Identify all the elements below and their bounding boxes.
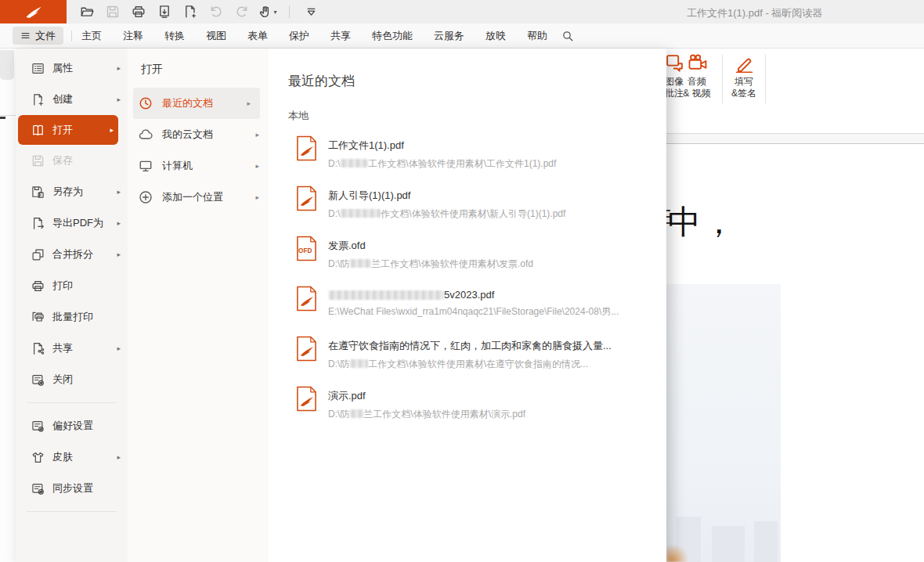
new-file-button[interactable] — [181, 2, 200, 21]
open-panel-item[interactable]: 我的云文档▸ — [128, 119, 269, 150]
create-icon — [31, 93, 45, 106]
recent-doc-item[interactable]: 发票.ofdD:\防兰工作文档\体验软件使用素材\发票.ofd — [288, 234, 666, 284]
file-menu-item[interactable]: 批量打印 — [16, 301, 128, 333]
chevron-right-icon: ▸ — [255, 131, 259, 139]
menu-items: 主页注释转换视图表单保护共享特色功能云服务放映帮助 — [81, 29, 547, 43]
print-icon — [132, 5, 146, 19]
menu-item-10[interactable]: 帮助 — [527, 29, 547, 43]
file-menu-item[interactable]: 导出PDF为▸ — [16, 207, 128, 239]
file-menu-item[interactable]: 打印 — [16, 270, 128, 301]
ribbon-separator — [722, 55, 723, 103]
open-panel-item-label: 添加一个位置 — [162, 190, 223, 204]
pdfdoc-icon — [296, 135, 317, 161]
foxit-logo[interactable] — [0, 0, 67, 23]
hamburger-icon — [20, 31, 31, 41]
fill-sign-button[interactable]: 填写&签名 — [725, 53, 763, 99]
document-text: 中， — [668, 200, 737, 244]
open-panel-item[interactable]: 计算机▸ — [128, 150, 269, 182]
file-menu-item[interactable]: 皮肤▸ — [16, 441, 128, 473]
menu-item-0[interactable]: 主页 — [81, 29, 102, 43]
chevron-right-icon: ▸ — [117, 188, 121, 196]
file-menu-item-label: 批量打印 — [52, 310, 93, 324]
menu-item-4[interactable]: 表单 — [247, 29, 268, 43]
file-menu-item[interactable]: 另存为▸ — [16, 176, 128, 207]
ofddoc-icon — [296, 236, 317, 261]
close-icon — [31, 373, 45, 387]
file-menu-item[interactable]: 打开▸ — [18, 115, 118, 145]
menu-item-6[interactable]: 共享 — [330, 29, 351, 43]
print-button[interactable] — [129, 2, 148, 21]
redacted-text — [340, 209, 381, 218]
skin-icon — [31, 451, 45, 464]
file-menu-item[interactable]: 合并拆分▸ — [16, 239, 128, 270]
clock-icon — [139, 96, 153, 110]
pdfdoc-icon — [296, 286, 317, 312]
recent-doc-title: 5v2023.pdf — [328, 289, 619, 301]
export-page-icon — [157, 5, 171, 19]
export-page-button[interactable] — [155, 2, 174, 21]
recent-doc-item[interactable]: 在遵守饮食指南的情况下，红肉，加工肉和家禽的膳食摄入量...D:\防工作文档\体… — [288, 334, 666, 384]
hand-tool-button[interactable]: ▾ — [258, 2, 277, 21]
foxit-reader-window: ▾ 工作文件1(1).pdf - 福昕阅读器 文件 主页注释转换视图表单保护共享… — [0, 0, 924, 562]
pdfdoc-icon — [296, 386, 317, 412]
hand-tool-icon — [258, 5, 273, 19]
recent-doc-item[interactable]: 演示.pdfD:\防兰工作文档\体验软件使用素材\演示.pdf — [288, 384, 666, 434]
image-detail — [754, 521, 778, 562]
share-icon — [31, 342, 45, 355]
redacted-text — [328, 290, 444, 300]
recent-doc-item[interactable]: 5v2023.pdfE:\WeChat Files\wxid_rra1m04nq… — [288, 284, 666, 334]
file-menu-item[interactable]: 偏好设置 — [16, 410, 128, 441]
menu-divider — [27, 402, 117, 403]
menu-item-1[interactable]: 注释 — [123, 29, 143, 43]
menu-item-5[interactable]: 保护 — [289, 29, 309, 43]
menu-item-2[interactable]: 转换 — [164, 29, 185, 43]
file-menu-item[interactable]: 创建▸ — [16, 84, 128, 115]
open-panel-item[interactable]: 最近的文档▸ — [133, 88, 260, 119]
open-panel-item[interactable]: 添加一个位置▸ — [128, 182, 269, 213]
file-menu-item[interactable]: 同步设置 — [16, 473, 128, 504]
merge-icon — [31, 248, 45, 261]
open-panel-item-label: 计算机 — [162, 159, 193, 173]
audio-video-button[interactable]: 音频& 视频 — [678, 53, 716, 99]
fill-sign-button-label: 填写&签名 — [731, 76, 756, 99]
open-panel-items: 最近的文档▸我的云文档▸计算机▸添加一个位置▸ — [128, 88, 269, 213]
file-menu-button[interactable]: 文件 — [13, 27, 63, 45]
file-menu-item[interactable]: 属性▸ — [16, 52, 128, 84]
saveas-icon — [31, 186, 45, 199]
foxit-bird-icon — [22, 4, 45, 20]
menu-item-8[interactable]: 云服务 — [434, 29, 464, 43]
image-detail — [712, 526, 745, 562]
props-icon — [31, 62, 45, 75]
file-menu-item-label: 同步设置 — [52, 481, 93, 495]
file-menu-item-label: 创建 — [52, 92, 73, 106]
undo-icon — [209, 5, 223, 19]
file-menu-item[interactable]: 关闭 — [16, 364, 128, 395]
ribbon-separator — [765, 55, 766, 103]
open-file-icon — [80, 5, 94, 19]
recent-doc-path: D:\防兰工作文档\体验软件使用素材\发票.ofd — [328, 258, 533, 271]
chevron-right-icon: ▸ — [110, 126, 114, 134]
recent-doc-path: D:\防工作文档\体验软件使用素材\在遵守饮食指南的情况... — [328, 358, 612, 371]
file-menu-item[interactable]: 共享▸ — [16, 333, 128, 364]
document-image — [666, 284, 781, 562]
qat-overflow-button[interactable] — [301, 2, 320, 21]
recent-doc-path: D:\工作文档\体验软件使用素材\工作文件1(1).pdf — [328, 157, 556, 171]
pdfdoc-icon — [296, 186, 317, 211]
create-icon — [31, 93, 45, 106]
clock-icon — [139, 96, 153, 110]
menu-item-3[interactable]: 视图 — [206, 29, 226, 43]
menu-item-9[interactable]: 放映 — [485, 29, 506, 43]
recent-doc-item[interactable]: 工作文件1(1).pdfD:\工作文档\体验软件使用素材\工作文件1(1).pd… — [288, 134, 666, 184]
recent-doc-item[interactable]: 新人引导(1)(1).pdfD:\作文档\体验软件使用素材\新人引导(1)(1)… — [288, 184, 666, 234]
share-icon — [31, 342, 45, 355]
recent-doc-text: 演示.pdfD:\防兰工作文档\体验软件使用素材\演示.pdf — [328, 384, 525, 421]
audio-video-button-label: 音频& 视频 — [683, 76, 710, 99]
menu-item-7[interactable]: 特色功能 — [372, 29, 413, 43]
image-detail — [666, 545, 690, 562]
exportpdf-icon — [31, 217, 45, 230]
open-file-button[interactable] — [78, 2, 96, 21]
file-menu-item-label: 打开 — [52, 123, 73, 137]
search-button[interactable] — [561, 30, 574, 42]
recent-doc-title: 工作文件1(1).pdf — [328, 139, 556, 153]
pdfdoc-icon — [296, 286, 317, 312]
